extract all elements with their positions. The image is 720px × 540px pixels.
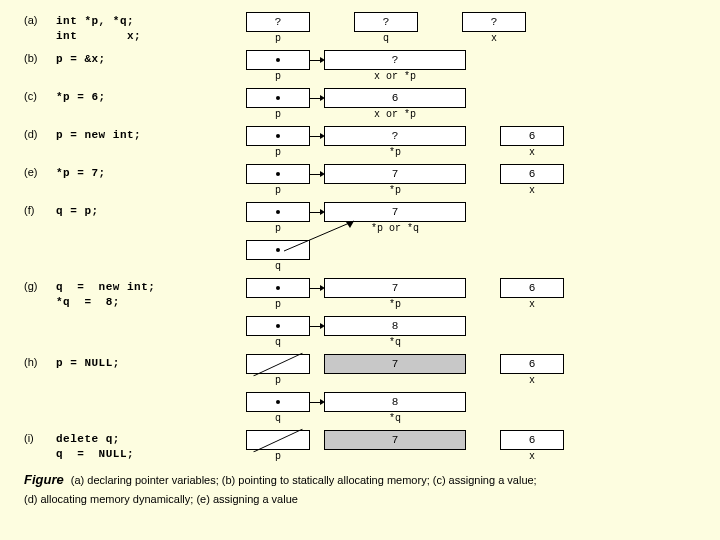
code-block: p = NULL; <box>56 354 246 371</box>
box-deref-p: 7 <box>324 164 466 184</box>
box-q: ? <box>354 12 418 32</box>
box-x: 6 <box>324 88 466 108</box>
box-p-ptr <box>246 164 310 184</box>
figure-caption: Figure (a) declaring pointer variables; … <box>24 470 696 508</box>
row-label: (e) <box>24 164 56 178</box>
diagram-d: p ?*p 6x <box>246 126 696 158</box>
box-x: ? <box>324 50 466 70</box>
box-q-ptr <box>246 392 310 412</box>
row-c: (c) *p = 6; p 6x or *p <box>24 88 696 120</box>
code-block: int *p, *q; int x; <box>56 12 246 44</box>
row-f: (f) q = p; p 7*p or *q q <box>24 202 696 272</box>
row-label: (b) <box>24 50 56 64</box>
code-block: q = new int; *q = 8; <box>56 278 246 310</box>
box-x: 6 <box>500 278 564 298</box>
code-block: delete q; q = NULL; <box>56 430 246 462</box>
row-label: (f) <box>24 202 56 216</box>
box-deref-p: ? <box>324 126 466 146</box>
diagram-a: ?p ?q ?x <box>246 12 696 44</box>
box-q-ptr <box>246 316 310 336</box>
row-d: (d) p = new int; p ?*p 6x <box>24 126 696 158</box>
code-block: *p = 6; <box>56 88 246 105</box>
box-p-ptr <box>246 126 310 146</box>
diagram-g: p 7*p 6x q 8*q <box>246 278 696 348</box>
box-x: 6 <box>500 430 564 450</box>
diagram-f: p 7*p or *q q <box>246 202 696 272</box>
diagram-i: p 7 6x <box>246 430 696 462</box>
row-i: (i) delete q; q = NULL; p 7 6x <box>24 430 696 462</box>
row-e: (e) *p = 7; p 7*p 6x <box>24 164 696 196</box>
box-deref-p: 7 <box>324 278 466 298</box>
row-label: (d) <box>24 126 56 140</box>
figure-label: Figure <box>24 472 64 487</box>
box-leaked: 7 <box>324 354 466 374</box>
diagram-b: p ?x or *p <box>246 50 696 82</box>
box-x: 6 <box>500 354 564 374</box>
svg-line-0 <box>284 221 354 251</box>
diagram-c: p 6x or *p <box>246 88 696 120</box>
box-x: 6 <box>500 164 564 184</box>
box-p: ? <box>246 12 310 32</box>
code-block: p = new int; <box>56 126 246 143</box>
row-g: (g) q = new int; *q = 8; p 7*p 6x q 8*q <box>24 278 696 348</box>
code-block: q = p; <box>56 202 246 219</box>
box-p-ptr <box>246 278 310 298</box>
box-x: ? <box>462 12 526 32</box>
box-x: 6 <box>500 126 564 146</box>
box-deref-q: 8 <box>324 392 466 412</box>
diagram-e: p 7*p 6x <box>246 164 696 196</box>
caption-line-2: (d) allocating memory dynamically; (e) a… <box>24 493 298 505</box>
box-shared: 7 <box>324 202 466 222</box>
row-label: (h) <box>24 354 56 368</box>
row-label: (c) <box>24 88 56 102</box>
diagram-h: p 7 6x q 8*q <box>246 354 696 424</box>
row-label: (g) <box>24 278 56 292</box>
code-block: *p = 7; <box>56 164 246 181</box>
box-p-ptr <box>246 202 310 222</box>
code-block: p = &x; <box>56 50 246 67</box>
box-deref-q: 8 <box>324 316 466 336</box>
row-a: (a) int *p, *q; int x; ?p ?q ?x <box>24 12 696 44</box>
row-label: (a) <box>24 12 56 26</box>
row-h: (h) p = NULL; p 7 6x q 8*q <box>24 354 696 424</box>
box-leaked: 7 <box>324 430 466 450</box>
box-p-null <box>246 354 310 374</box>
caption-line-1: (a) declaring pointer variables; (b) poi… <box>71 474 537 486</box>
svg-marker-1 <box>346 221 354 228</box>
box-p-ptr <box>246 50 310 70</box>
row-label: (i) <box>24 430 56 444</box>
row-b: (b) p = &x; p ?x or *p <box>24 50 696 82</box>
box-p-null <box>246 430 310 450</box>
arrow-ne-icon <box>284 221 364 253</box>
box-p-ptr <box>246 88 310 108</box>
box-q-ptr <box>246 240 310 260</box>
